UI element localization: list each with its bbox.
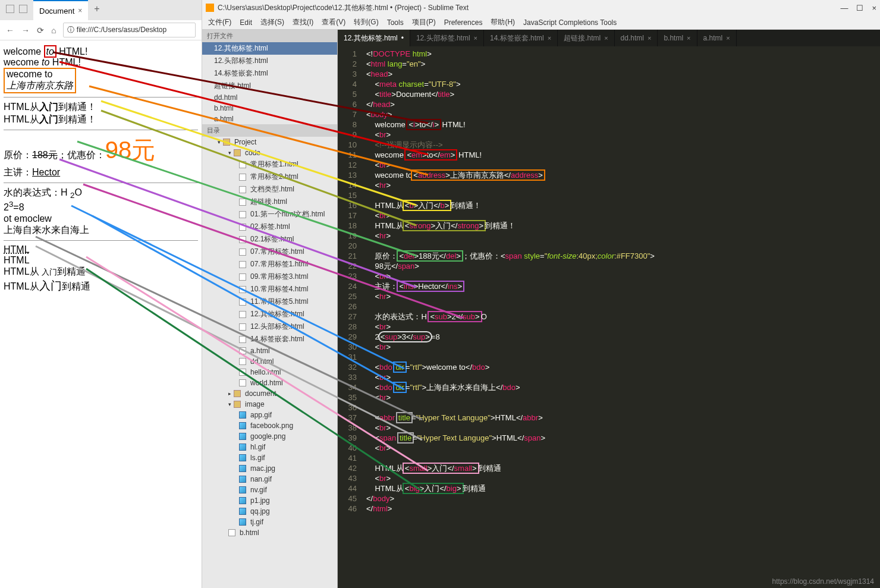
open-file-item[interactable]: 超链接.html xyxy=(202,80,337,92)
tree-image[interactable]: google.png xyxy=(202,431,337,442)
editor-tab[interactable]: dd.html× xyxy=(615,30,658,46)
tree-file[interactable]: 超链接.html xyxy=(202,196,337,208)
tree-image[interactable]: p1.jpg xyxy=(202,495,337,506)
watermark: https://blog.csdn.net/wsgjm1314 xyxy=(772,577,874,586)
tree-file[interactable]: 常用标签1.html xyxy=(202,158,337,171)
code-area: 12.其他标签.html•12.头部标签.html×14.标签嵌套.html×超… xyxy=(338,30,880,588)
home-icon[interactable]: ⌂ xyxy=(51,26,56,35)
tree-file[interactable]: 常用标签2.html xyxy=(202,171,337,183)
open-file-item[interactable]: a.html xyxy=(202,114,337,124)
minimize-icon[interactable]: — xyxy=(840,4,848,12)
maximize-icon[interactable]: ☐ xyxy=(856,4,863,12)
source-code[interactable]: <!DOCTYPE html><html lang="en"><head> <m… xyxy=(362,46,880,588)
editor-tabs[interactable]: 12.其他标签.html•12.头部标签.html×14.标签嵌套.html×超… xyxy=(338,30,880,46)
open-file-item[interactable]: dd.html xyxy=(202,92,337,103)
menu-item[interactable]: 转到(G) xyxy=(354,17,378,27)
tree-file[interactable]: 文档类型.html xyxy=(202,183,337,196)
menu-item[interactable]: 项目(P) xyxy=(412,17,436,27)
menu-item[interactable]: 查看(V) xyxy=(322,17,345,27)
browser-tab-bar: Document × + xyxy=(0,0,202,20)
tree-image[interactable]: hl.gif xyxy=(202,442,337,452)
tree-file[interactable]: 01.第一个html文档.html xyxy=(202,208,337,221)
tree-file[interactable]: a.html xyxy=(202,345,337,356)
menu-bar[interactable]: 文件(F)Edit选择(S)查找(I)查看(V)转到(G)Tools项目(P)P… xyxy=(202,15,880,30)
menu-item[interactable]: Preferences xyxy=(444,18,483,27)
tree-file[interactable]: 12.其他标签.html xyxy=(202,308,337,320)
tree-image[interactable]: tj.gif xyxy=(202,517,337,527)
url-input[interactable]: ⓘ file:///C:/Users/asus/Desktop xyxy=(63,23,196,37)
folder-image[interactable]: ▾image xyxy=(202,399,337,410)
close-icon[interactable]: × xyxy=(78,7,82,15)
tree-image[interactable]: nv.gif xyxy=(202,485,337,495)
tree-file[interactable]: world.html xyxy=(202,378,337,388)
menu-item[interactable]: 帮助(H) xyxy=(491,17,515,27)
tree-image[interactable]: ls.gif xyxy=(202,452,337,463)
tree-image[interactable]: qq.jpg xyxy=(202,506,337,517)
menu-item[interactable]: 选择(S) xyxy=(260,17,284,27)
editor-tab[interactable]: 12.头部标签.html× xyxy=(410,30,484,46)
tree-image[interactable]: mac.jpg xyxy=(202,463,337,474)
i-render: to xyxy=(44,45,56,58)
reload-icon[interactable]: ⟳ xyxy=(37,26,44,35)
open-file-item[interactable]: 12.头部标签.html xyxy=(202,55,337,67)
tree-file[interactable]: 07.常用标签1.html xyxy=(202,258,337,271)
folder-code[interactable]: ▾code xyxy=(202,147,337,158)
tree-file[interactable]: 02.1标签.html xyxy=(202,233,337,246)
editor-tab[interactable]: 14.标签嵌套.html× xyxy=(484,30,558,46)
window-controls[interactable] xyxy=(0,0,33,20)
editor-tab[interactable]: 超链接.html× xyxy=(558,30,614,46)
sidebar[interactable]: 打开文件 12.其他标签.html12.头部标签.html14.标签嵌套.htm… xyxy=(202,30,338,588)
menu-item[interactable]: Edit xyxy=(240,18,252,27)
editor-tab[interactable]: a.html× xyxy=(697,30,737,46)
folders-section: 目录 xyxy=(202,124,337,137)
open-file-item[interactable]: 12.其他标签.html xyxy=(202,42,337,55)
tree-file[interactable]: 10.常用标签4.html xyxy=(202,283,337,295)
tree-file[interactable]: 09.常用标签3.html xyxy=(202,271,337,283)
menu-item[interactable]: 查找(I) xyxy=(293,17,313,27)
discount-price: 98元 xyxy=(105,137,156,163)
open-files-section: 打开文件 xyxy=(202,30,337,42)
tree-file[interactable]: 12.头部标签.html xyxy=(202,320,337,333)
editor-tab[interactable]: 12.其他标签.html• xyxy=(338,30,410,46)
open-file-item[interactable]: b.html xyxy=(202,103,337,114)
tree-image[interactable]: app.gif xyxy=(202,410,337,420)
tab-title: Document xyxy=(39,7,74,15)
editor-title-bar[interactable]: C:\Users\asus\Desktop\Project\code\12.其他… xyxy=(202,0,880,15)
menu-item[interactable]: Tools xyxy=(387,18,404,27)
app-icon xyxy=(206,4,214,12)
tree-file[interactable]: dd.html xyxy=(202,356,337,367)
tree-file[interactable]: 11.常用标签5.html xyxy=(202,295,337,308)
menu-item[interactable]: JavaScript Completions Tools xyxy=(523,18,617,27)
browser-window: Document × + ← → ⟳ ⌂ ⓘ file:///C:/Users/… xyxy=(0,0,202,588)
line-gutter: 1234567891011121314151617181920212223242… xyxy=(338,46,362,588)
sublime-window: C:\Users\asus\Desktop\Project\code\12.其他… xyxy=(202,0,880,588)
file-b[interactable]: b.html xyxy=(202,527,337,538)
page-content: welcome to HTML! wecome to HTML! wecome … xyxy=(0,40,202,588)
tree-file[interactable]: hello.html xyxy=(202,367,337,378)
new-tab-button[interactable]: + xyxy=(88,0,105,20)
menu-item[interactable]: 文件(F) xyxy=(208,17,231,27)
tree-file[interactable]: 02.标签.html xyxy=(202,221,337,233)
close-icon[interactable]: × xyxy=(872,4,876,12)
forward-icon[interactable]: → xyxy=(21,26,30,35)
tree-file[interactable]: 07.常用标签.html xyxy=(202,246,337,258)
tree-file[interactable]: 14.标签嵌套.html xyxy=(202,333,337,345)
tree-image[interactable]: facebook.png xyxy=(202,420,337,431)
address-render: 上海市南京东路 xyxy=(7,80,73,90)
address-bar: ← → ⟳ ⌂ ⓘ file:///C:/Users/asus/Desktop xyxy=(0,20,202,40)
editor-tab[interactable]: b.html× xyxy=(658,30,697,46)
back-icon[interactable]: ← xyxy=(6,26,14,35)
tree-image[interactable]: nan.gif xyxy=(202,474,337,485)
folder-project[interactable]: ▾Project xyxy=(202,137,337,147)
folder-document[interactable]: ▸document xyxy=(202,388,337,399)
browser-tab[interactable]: Document × xyxy=(33,0,88,20)
open-file-item[interactable]: 14.标签嵌套.html xyxy=(202,67,337,80)
